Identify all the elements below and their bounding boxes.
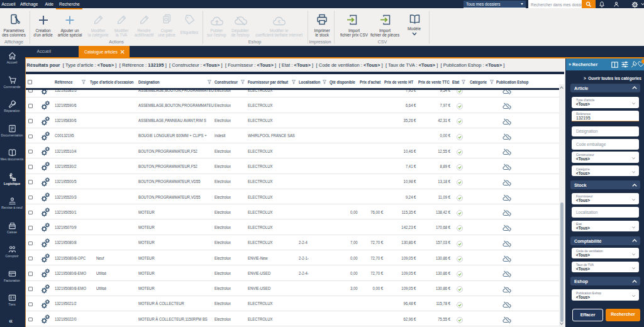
svg-text:€: €	[278, 19, 281, 25]
